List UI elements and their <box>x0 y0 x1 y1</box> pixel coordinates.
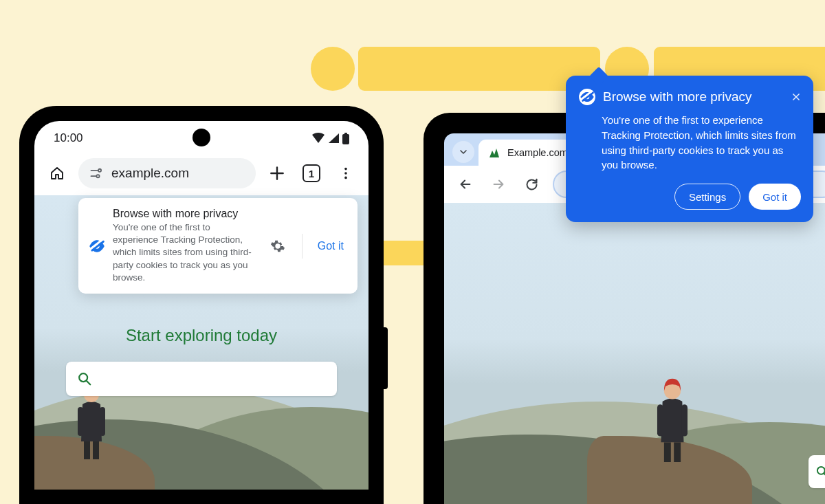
callout-body: You're one of the first to experience Tr… <box>602 113 801 173</box>
battery-icon <box>342 133 349 144</box>
svg-rect-0 <box>342 134 349 144</box>
wifi-icon <box>311 133 325 144</box>
mobile-screen: 10:00 example.com 1 <box>34 121 368 490</box>
eye-off-icon <box>88 237 106 255</box>
new-tab-button[interactable] <box>264 160 290 186</box>
svg-point-4 <box>344 168 347 171</box>
chevron-down-icon <box>458 146 469 157</box>
callout-body: You're one of the first to experience Tr… <box>113 221 258 284</box>
reload-icon <box>525 177 539 192</box>
eye-off-icon <box>578 88 596 106</box>
home-button[interactable] <box>44 160 70 186</box>
tracking-protection-callout: Browse with more privacy You're one of t… <box>78 198 358 294</box>
tabs-count-box: 1 <box>302 164 320 182</box>
status-indicators <box>311 133 349 144</box>
favicon-icon <box>488 146 500 159</box>
svg-rect-22 <box>681 404 688 436</box>
home-icon <box>49 165 65 182</box>
callout-settings-button[interactable] <box>265 233 291 259</box>
arrow-left-icon <box>458 177 473 192</box>
decor-bar <box>358 47 600 91</box>
callout-settings-button[interactable]: Settings <box>674 184 740 210</box>
callout-title: Browse with more privacy <box>113 208 258 220</box>
svg-line-13 <box>87 381 91 385</box>
svg-point-3 <box>96 175 99 177</box>
status-clock: 10:00 <box>54 131 83 145</box>
search-field[interactable] <box>808 455 825 488</box>
person-illustration <box>650 373 694 462</box>
svg-point-2 <box>98 169 101 172</box>
page-headline: Start exploring today <box>34 326 368 345</box>
tracking-protection-callout: Browse with more privacy You're one of t… <box>566 76 813 222</box>
callout-divider <box>302 234 302 259</box>
svg-rect-20 <box>674 442 681 462</box>
svg-rect-10 <box>100 407 105 436</box>
tabs-count: 1 <box>309 168 314 179</box>
plus-icon <box>268 164 286 182</box>
svg-rect-7 <box>84 441 90 459</box>
mobile-toolbar: example.com 1 <box>34 155 368 195</box>
close-icon <box>791 92 801 102</box>
phone-side-button <box>384 327 388 389</box>
tune-icon <box>89 166 103 180</box>
overflow-menu-button[interactable] <box>333 160 359 186</box>
desktop-page-content <box>444 203 825 504</box>
tabs-button[interactable]: 1 <box>298 160 324 186</box>
svg-rect-21 <box>657 404 663 436</box>
gear-icon <box>270 239 285 254</box>
address-bar[interactable]: example.com <box>78 158 256 188</box>
search-icon <box>77 371 92 386</box>
arrow-right-icon <box>491 177 506 192</box>
svg-rect-19 <box>664 442 671 462</box>
callout-confirm-button[interactable]: Got it <box>314 236 348 256</box>
svg-point-5 <box>344 172 347 175</box>
callout-confirm-button[interactable]: Got it <box>749 184 801 210</box>
back-button[interactable] <box>454 173 477 196</box>
svg-point-6 <box>344 177 347 179</box>
svg-rect-1 <box>344 133 347 135</box>
mobile-device-frame: 10:00 example.com 1 <box>19 106 384 504</box>
svg-rect-8 <box>93 441 99 459</box>
search-icon <box>815 465 825 479</box>
svg-rect-9 <box>78 407 83 436</box>
callout-close-button[interactable] <box>791 92 801 102</box>
decor-dot <box>311 47 355 91</box>
signal-icon <box>328 133 340 144</box>
reload-button[interactable] <box>520 173 543 196</box>
forward-button[interactable] <box>487 173 510 196</box>
callout-title: Browse with more privacy <box>603 89 784 105</box>
search-field[interactable] <box>66 362 337 396</box>
address-bar-text: example.com <box>111 166 189 181</box>
more-vertical-icon <box>338 166 353 181</box>
tab-title: Example.com <box>507 147 568 158</box>
tab-search-button[interactable] <box>452 141 474 163</box>
camera-hole <box>192 129 210 146</box>
